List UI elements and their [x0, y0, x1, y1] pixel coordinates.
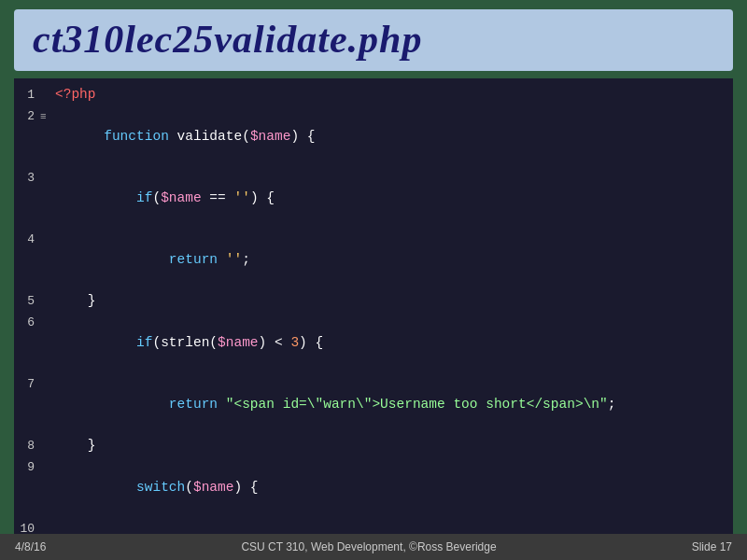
- code-line-9: 9 switch($name) {: [14, 456, 733, 518]
- code-content: return "<span id=\"warn\">Username too s…: [51, 373, 733, 435]
- code-content: if(strlen($name) < 3) {: [51, 312, 733, 373]
- code-line-1: 1 <?php: [14, 84, 733, 105]
- line-number: 6: [14, 313, 40, 333]
- line-number: 1: [14, 85, 40, 105]
- line-number: 7: [14, 374, 40, 395]
- footer-slide: Slide 17: [692, 540, 732, 553]
- code-content: case 'bob':: [51, 518, 733, 534]
- code-content: switch($name) {: [51, 456, 733, 518]
- code-content: }: [51, 435, 733, 455]
- line-number: 8: [14, 436, 40, 456]
- code-line-7: 7 return "<span id=\"warn\">Username too…: [14, 373, 733, 435]
- line-number: 5: [14, 291, 40, 312]
- footer-date: 4/8/16: [15, 540, 46, 553]
- code-line-2: 2 ≡ function validate($name) {: [14, 105, 733, 167]
- code-content: return '';: [51, 229, 733, 290]
- code-line-5: 5 }: [14, 290, 733, 312]
- line-number: 10: [14, 519, 40, 534]
- code-content: <?php: [51, 84, 733, 105]
- line-number: 2: [14, 106, 40, 127]
- footer-bar: 4/8/16 CSU CT 310, Web Development, ©Ros…: [0, 534, 747, 560]
- slide-title: ct310lec25validate.php: [33, 17, 714, 62]
- line-number: 4: [14, 230, 40, 250]
- code-line-6: 6 if(strlen($name) < 3) {: [14, 312, 733, 373]
- code-area: 1 <?php 2 ≡ function validate($name) { 3…: [14, 78, 733, 534]
- code-line-8: 8 }: [14, 435, 733, 456]
- code-content: }: [51, 290, 733, 311]
- code-line-10: 10 case 'bob':: [14, 518, 733, 534]
- line-number: 3: [14, 168, 40, 189]
- title-bar: ct310lec25validate.php: [14, 9, 733, 71]
- code-line-3: 3 if($name == '') {: [14, 167, 733, 229]
- code-content: function validate($name) {: [51, 105, 733, 167]
- footer-course: CSU CT 310, Web Development, ©Ross Bever…: [241, 540, 496, 553]
- line-marker: ≡: [40, 106, 51, 127]
- code-line-4: 4 return '';: [14, 229, 733, 290]
- line-number: 9: [14, 457, 40, 478]
- code-content: if($name == '') {: [51, 167, 733, 229]
